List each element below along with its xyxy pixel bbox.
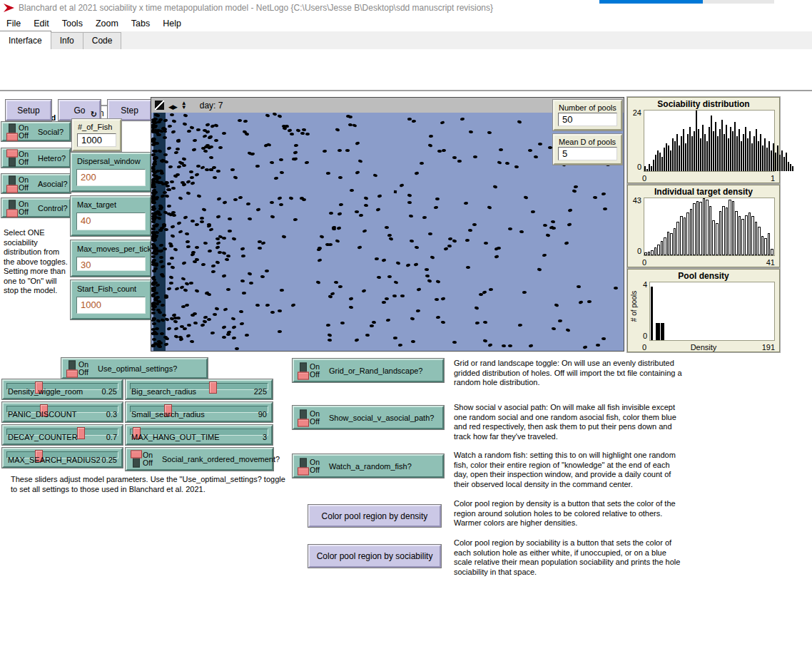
switch-slot[interactable]	[300, 362, 307, 379]
switch-slot[interactable]	[68, 360, 76, 376]
switch-handle[interactable]	[66, 369, 78, 377]
switch-asocial[interactable]: OnOffAsocial?	[1, 174, 71, 193]
fish-agent	[245, 334, 249, 337]
fish-agent	[181, 305, 186, 308]
histogram-bar	[680, 216, 683, 255]
switch-show-social-v-asocial-path[interactable]: OnOffShow_social_v_asocial_path?	[293, 406, 444, 429]
input-dispersal-window[interactable]: Dispersal_window200	[71, 153, 151, 192]
menu-help[interactable]: Help	[156, 19, 188, 29]
input-field[interactable]: 200	[76, 169, 146, 186]
switch-slot[interactable]	[300, 458, 307, 474]
tab-info[interactable]: Info	[51, 32, 83, 49]
switch-use-optimal-settings[interactable]: OnOffUse_optimal_settings?	[61, 358, 208, 379]
view-resize-icon[interactable]	[155, 101, 164, 110]
switch-handle[interactable]	[6, 133, 18, 140]
fish-agent	[231, 317, 236, 321]
fish-agent	[243, 120, 248, 123]
switch-handle[interactable]	[131, 451, 142, 458]
fish-agent	[158, 255, 163, 259]
fish-agent	[531, 210, 535, 213]
switch-watch-a-random-fish[interactable]: OnOffWatch_a_random_fish?	[293, 454, 444, 478]
fish-agent	[338, 285, 342, 287]
monitor-label: Mean D of pools	[559, 138, 616, 146]
slider-max-hang-out-time[interactable]: MAX_HANG_OUT_TIME3	[126, 425, 273, 445]
fish-agent	[170, 225, 175, 228]
switch-handle[interactable]	[6, 149, 18, 157]
slider-handle[interactable]	[77, 427, 85, 439]
plot-x-min-tick: 0	[642, 258, 646, 267]
switch-slot[interactable]	[9, 200, 16, 216]
tab-code[interactable]: Code	[83, 32, 122, 49]
switch-handle[interactable]	[298, 467, 309, 475]
fish-agent	[452, 240, 457, 243]
tab-interface[interactable]: Interface	[0, 31, 51, 49]
fish-agent	[294, 144, 299, 148]
fish-agent	[430, 255, 435, 260]
switch-slot[interactable]	[133, 451, 140, 468]
switch-slot[interactable]	[9, 150, 16, 166]
histogram-bar	[668, 145, 669, 171]
fish-agent	[248, 217, 253, 221]
fish-agent	[167, 262, 171, 265]
switch-handle[interactable]	[298, 372, 309, 379]
fish-agent	[415, 171, 420, 175]
fish-agent	[211, 265, 216, 268]
fish-agent	[291, 304, 296, 308]
go-button[interactable]: Go	[59, 100, 101, 121]
fish-agent	[465, 239, 470, 242]
switch-slot[interactable]	[9, 123, 16, 140]
fish-agent	[207, 249, 212, 252]
fish-agent	[542, 254, 547, 257]
fish-agent	[169, 275, 174, 280]
switch-grid-or-rand-landscape[interactable]: OnOffGrid_or_Rand_landscape?	[293, 359, 444, 382]
fish-agent	[337, 226, 342, 230]
slider-big-search-radius[interactable]: Big_search_radius225	[126, 379, 273, 399]
step-button[interactable]: Step	[108, 100, 151, 121]
color-pool-by-density-button[interactable]: Color pool region by density	[308, 505, 441, 527]
histogram-bar	[686, 212, 689, 255]
switch-handle[interactable]	[6, 185, 18, 193]
input-max-target[interactable]: Max_target40	[71, 196, 151, 236]
histogram-bar	[747, 138, 748, 171]
fish-agent	[234, 347, 238, 350]
setup-button[interactable]: Setup	[6, 100, 51, 121]
color-pool-by-sociability-button[interactable]: Color pool region by sociability	[308, 545, 441, 568]
switch-social-rank-ordered-movement[interactable]: OnOffSocial_rank_ordered_movement?	[126, 448, 273, 471]
fish-agent	[270, 161, 274, 165]
switch-handle[interactable]	[6, 209, 18, 217]
fish-agent	[244, 133, 249, 136]
slider-max-search-radius2[interactable]: MAX_SEARCH_RADIUS20.25	[2, 448, 123, 468]
monitor-value: 50	[558, 113, 617, 126]
fish-agent	[265, 270, 269, 272]
view-vertical-arrows-icon[interactable]	[181, 101, 187, 110]
switch-slot[interactable]	[300, 409, 307, 426]
switch-slot[interactable]	[9, 175, 16, 192]
menu-zoom[interactable]: Zoom	[89, 19, 125, 29]
menu-tools[interactable]: Tools	[56, 19, 89, 29]
fish-agent	[183, 327, 187, 330]
input-field[interactable]: 30	[76, 257, 146, 271]
fish-agent	[233, 175, 238, 180]
input-max-moves-per-tick[interactable]: Max_moves_per_tick30	[71, 240, 151, 277]
input-field[interactable]: 1000	[76, 297, 146, 314]
view-horizontal-arrows-icon[interactable]	[168, 99, 177, 112]
switch-social[interactable]: OnOffSocial?	[1, 122, 71, 141]
histogram-bar	[716, 223, 719, 255]
slider-handle[interactable]	[209, 381, 217, 394]
slider-small-search-radius[interactable]: Small_search_radius90	[126, 402, 273, 422]
fish-agent	[187, 129, 192, 133]
switch-handle[interactable]	[298, 419, 309, 426]
menu-tabs[interactable]: Tabs	[125, 19, 156, 29]
day-counter: day: 7	[200, 101, 223, 111]
fish-agent	[322, 150, 327, 153]
menu-edit[interactable]: Edit	[27, 19, 56, 29]
switch-control[interactable]: OnOffControl?	[1, 198, 71, 217]
input-field[interactable]: 40	[76, 212, 146, 230]
fish-agent	[230, 168, 235, 171]
switch-hetero[interactable]: OnOffHetero?	[1, 148, 71, 168]
slider-panic-discount[interactable]: PANIC_DISCOUNT0.3	[2, 402, 123, 422]
slider-decay-counter[interactable]: DECAY_COUNTER0.7	[2, 425, 123, 445]
input-start-fish-count[interactable]: Start_Fish_count1000	[71, 280, 151, 319]
menu-file[interactable]: File	[0, 19, 27, 29]
slider-density-wiggle-room[interactable]: Density_wiggle_room0.25	[2, 379, 123, 399]
